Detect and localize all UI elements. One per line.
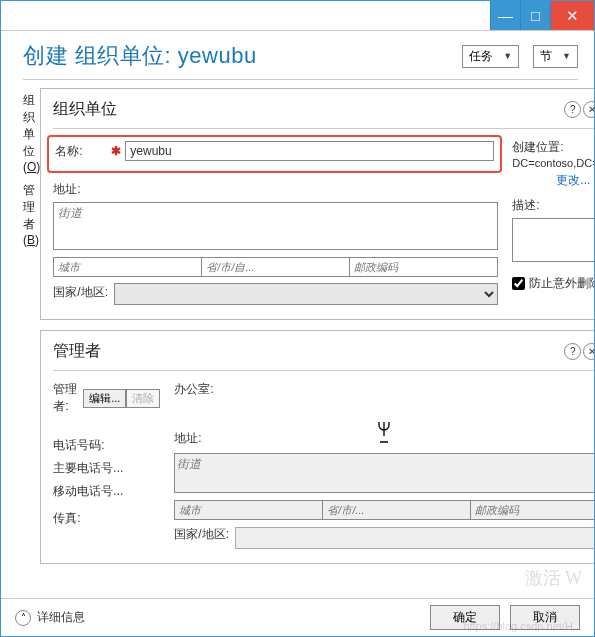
manager-panel: 管理者 ? ✕ ˄ 管理者: 编辑... 清除 电话号码: 主要电 xyxy=(40,330,595,564)
minimize-button[interactable]: — xyxy=(490,1,520,30)
protect-checkbox[interactable] xyxy=(512,277,525,290)
chevron-down-icon: ▼ xyxy=(503,51,512,61)
page-title: 创建 组织单位: yewubu xyxy=(23,41,257,71)
mgr-street-input xyxy=(174,453,595,493)
name-input[interactable] xyxy=(125,141,494,161)
office-label: 办公室: xyxy=(174,381,595,398)
cancel-button[interactable]: 取消 xyxy=(510,605,580,630)
manager-label: 管理者: xyxy=(53,381,83,415)
expand-icon[interactable]: ˄ xyxy=(15,610,31,626)
tasks-label: 任务 xyxy=(469,48,493,65)
createin-label: 创建位置: xyxy=(512,140,563,154)
country-select[interactable] xyxy=(114,283,498,305)
manager-panel-title: 管理者 xyxy=(53,341,101,362)
mgr-state-input xyxy=(323,500,471,520)
close-section-icon[interactable]: ✕ xyxy=(583,101,595,118)
mgr-zip-input xyxy=(471,500,595,520)
sidebar-item-ou[interactable]: 组织单位(O) xyxy=(23,92,40,174)
description-input[interactable] xyxy=(512,218,595,262)
phone-label: 电话号码: xyxy=(53,437,160,454)
ou-panel: 组织单位 ? ✕ ˄ 名称: ✱ xyxy=(40,88,595,320)
street-input[interactable] xyxy=(53,202,498,250)
mgr-country-select xyxy=(235,527,595,549)
city-input[interactable] xyxy=(53,257,202,277)
zip-input[interactable] xyxy=(350,257,498,277)
sections-label: 节 xyxy=(540,48,552,65)
name-highlight: 名称: ✱ xyxy=(47,135,502,173)
change-link[interactable]: 更改... xyxy=(556,172,590,189)
close-section-icon[interactable]: ✕ xyxy=(583,343,595,360)
protect-label: 防止意外删除 xyxy=(529,275,595,292)
country-label: 国家/地区: xyxy=(53,284,108,301)
sidebar-item-manager[interactable]: 管理者(B) xyxy=(23,182,40,247)
chevron-down-icon: ▼ xyxy=(562,51,571,61)
maximize-button[interactable]: □ xyxy=(520,1,550,30)
sections-dropdown[interactable]: 节▼ xyxy=(533,45,578,68)
mgr-country-label: 国家/地区: xyxy=(174,526,229,543)
description-label: 描述: xyxy=(512,197,595,214)
close-button[interactable]: ✕ xyxy=(550,1,594,30)
clear-button[interactable]: 清除 xyxy=(126,389,160,408)
details-label[interactable]: 详细信息 xyxy=(37,609,420,626)
tasks-dropdown[interactable]: 任务▼ xyxy=(462,45,519,68)
address-label: 地址: xyxy=(53,181,498,198)
name-label: 名称: xyxy=(55,143,107,160)
ou-panel-title: 组织单位 xyxy=(53,99,117,120)
edit-button[interactable]: 编辑... xyxy=(83,389,126,408)
mgr-address-label: 地址: xyxy=(174,430,595,447)
state-input[interactable] xyxy=(202,257,350,277)
help-icon[interactable]: ? xyxy=(564,101,581,118)
help-icon[interactable]: ? xyxy=(564,343,581,360)
fax-label: 传真: xyxy=(53,510,160,527)
mgr-city-input xyxy=(174,500,323,520)
createin-value: DC=contoso,DC=com xyxy=(512,157,595,169)
required-icon: ✱ xyxy=(111,144,121,158)
ok-button[interactable]: 确定 xyxy=(430,605,500,630)
main-phone-link[interactable]: 主要电话号... xyxy=(53,460,160,477)
mobile-phone-link[interactable]: 移动电话号... xyxy=(53,483,160,500)
